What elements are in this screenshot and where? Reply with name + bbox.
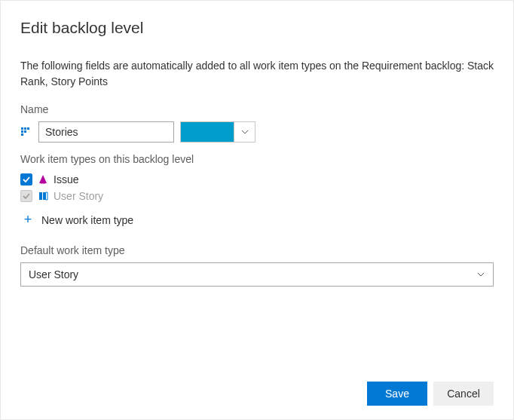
svg-rect-1 [24,127,26,130]
plus-icon: + [22,212,34,228]
svg-rect-0 [21,127,23,130]
new-work-item-type-button[interactable]: + New work item type [20,204,494,228]
dialog-title: Edit backlog level [20,19,494,37]
save-button[interactable]: Save [367,382,427,406]
svg-rect-8 [43,192,46,200]
svg-rect-7 [39,192,42,200]
svg-rect-4 [24,130,26,133]
wit-row-user-story: User Story [20,188,494,204]
wit-checkbox-issue[interactable] [20,173,32,185]
wit-label-user-story: User Story [54,190,103,202]
default-wit-label: Default work item type [20,244,494,256]
dialog-footer: Save Cancel [367,382,494,406]
name-label: Name [20,103,494,115]
wit-section-label: Work item types on this backlog level [20,153,494,165]
new-wit-label: New work item type [41,214,133,226]
svg-rect-6 [41,182,45,184]
chevron-down-icon [476,270,485,279]
user-story-icon [37,190,49,202]
cancel-button[interactable]: Cancel [433,382,494,406]
color-picker[interactable] [180,121,255,143]
dialog-description: The following fields are automatically a… [20,58,494,90]
color-swatch [181,122,234,142]
svg-rect-3 [21,130,23,133]
dialog-content: Edit backlog level The following fields … [1,1,513,287]
svg-rect-5 [21,133,23,136]
svg-rect-2 [27,127,29,130]
default-wit-select[interactable]: User Story [20,262,494,287]
issue-icon [37,173,49,185]
name-input[interactable] [38,121,174,143]
name-row [20,121,494,143]
wit-row-issue: Issue [20,171,494,188]
backlog-level-icon [20,126,32,138]
wit-label-issue: Issue [54,173,78,185]
wit-checkbox-user-story [20,190,32,202]
chevron-down-icon [234,122,255,142]
default-wit-value: User Story [29,268,78,281]
